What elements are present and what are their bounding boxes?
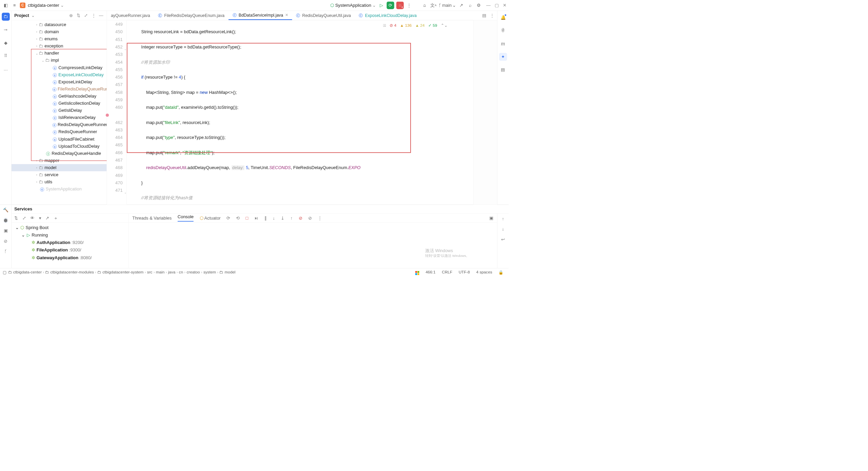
svc-bottom-icon[interactable]: ↓ bbox=[502, 227, 504, 232]
indent-setting[interactable]: 4 spaces bbox=[474, 270, 495, 274]
tree-class[interactable]: GetIsliDelay bbox=[58, 108, 82, 113]
project-tree[interactable]: ›🗀datasource ›🗀domain ›🗀enums ›🗀exceptio… bbox=[12, 20, 107, 205]
tree-folder[interactable]: exception bbox=[44, 43, 63, 48]
maven-icon[interactable]: m bbox=[499, 40, 507, 47]
inspection-stats[interactable]: 👁̸ ⊘ 4 ▲ 136 ▲ 24 ✓ 59 ⌃⌄ bbox=[383, 21, 448, 29]
vcs-branch[interactable]: ᚶ main ⌄ bbox=[439, 3, 456, 8]
close-icon[interactable]: ✕ bbox=[285, 13, 288, 17]
locate-icon[interactable]: ⊕ bbox=[68, 13, 74, 18]
tab-bddata[interactable]: ⓒBdDataServiceImpl.java✕ bbox=[229, 11, 292, 20]
translate-icon[interactable]: 文A bbox=[430, 2, 437, 9]
window-close[interactable]: ✕ bbox=[503, 3, 507, 8]
bookmarks-icon[interactable]: ▤ bbox=[499, 66, 507, 74]
breakpoint-icon[interactable] bbox=[106, 114, 109, 117]
tree-class[interactable]: CompressedLinkDelay bbox=[58, 65, 102, 70]
code-editor[interactable]: String resourceLink = bdData.getResource… bbox=[127, 20, 473, 205]
problems-icon[interactable]: ⊘ bbox=[4, 239, 7, 244]
rerun-button[interactable]: ⟳ bbox=[387, 1, 394, 9]
run-config-selector[interactable]: ⬡ SystemApplication ⌄ bbox=[330, 3, 376, 8]
services-tool-icon[interactable]: ⬢ bbox=[4, 218, 7, 223]
svc-expand-icon[interactable]: ⤢ bbox=[22, 216, 26, 221]
tree-folder[interactable]: impl bbox=[51, 58, 59, 63]
svc-eye-icon[interactable]: 👁 bbox=[30, 216, 35, 221]
project-name[interactable]: ctbigdata-center ⌄ bbox=[28, 3, 64, 8]
tab-threads[interactable]: Threads & Variables bbox=[132, 216, 172, 221]
tree-class[interactable]: UploadFileCabinet bbox=[58, 137, 94, 142]
svc-reload-icon[interactable]: ⟲ bbox=[236, 216, 240, 221]
svc-export-icon[interactable]: ↗ bbox=[45, 216, 49, 221]
tab-ayqueue[interactable]: ayQueueRunner.java bbox=[107, 11, 154, 20]
line-separator[interactable]: CRLF bbox=[439, 270, 455, 274]
tree-folder[interactable]: enums bbox=[44, 36, 58, 41]
svc-stepover-icon[interactable]: ⏯ bbox=[254, 216, 259, 221]
services-tree[interactable]: ⌄⬡Spring Boot ⌄▷Running ✲AuthApplication… bbox=[12, 223, 129, 268]
tab-console[interactable]: Console bbox=[178, 214, 194, 222]
svc-wrap-icon[interactable]: ↩ bbox=[501, 237, 505, 242]
code-with-me-icon[interactable]: ⩍ bbox=[421, 2, 428, 9]
breadcrumb[interactable]: 🗀 ctbigdata-center › 🗀 ctbigdatacenter-m… bbox=[8, 270, 235, 274]
notifications-icon[interactable]: 🔔 bbox=[499, 14, 507, 21]
sb-project-icon[interactable]: ▢ bbox=[3, 270, 6, 274]
window-minimize[interactable]: ― bbox=[486, 3, 491, 8]
svc-collapse-icon[interactable]: ⇅ bbox=[14, 216, 18, 221]
project-tool-icon[interactable]: 🗀 bbox=[2, 13, 9, 21]
svc-up-icon[interactable]: ↑ bbox=[290, 216, 292, 221]
svc-add-icon[interactable]: ＋ bbox=[54, 215, 58, 221]
tree-class[interactable]: GetHashcodeDelay bbox=[58, 94, 96, 99]
tree-folder[interactable]: domain bbox=[44, 29, 59, 34]
more-run-icon[interactable]: ⋮ bbox=[406, 2, 413, 9]
tab-more-icon[interactable]: ⋮ bbox=[490, 13, 494, 18]
main-menu-icon[interactable]: ≡ bbox=[11, 2, 18, 9]
svc-nosym2-icon[interactable]: ⊘ bbox=[308, 216, 312, 221]
tree-class[interactable]: IsliRelevanceDelay bbox=[58, 115, 96, 120]
expand-icon[interactable]: ⇅ bbox=[76, 13, 81, 18]
svc-dl-icon[interactable]: ⤓ bbox=[281, 216, 284, 221]
tree-folder-selected[interactable]: ›🗀model bbox=[12, 164, 107, 171]
tree-class[interactable]: GetIslicollectionDelay bbox=[58, 101, 100, 106]
tree-class[interactable]: UploadToCloudDelay bbox=[58, 144, 99, 149]
tab-exposelink[interactable]: ⓒExposeLinkCloudDelay.java bbox=[355, 11, 421, 20]
tree-class[interactable]: RedisQueueRunner bbox=[58, 129, 97, 134]
tab-actuator[interactable]: ⬡ Actuator bbox=[200, 216, 221, 221]
svc-app[interactable]: GatewayApplication :8080/ bbox=[37, 255, 92, 260]
tree-folder[interactable]: service bbox=[44, 172, 58, 177]
svc-app[interactable]: FileApplication :9300/ bbox=[37, 248, 81, 253]
database-icon[interactable]: 🛢 bbox=[499, 27, 507, 35]
vcs-push-icon[interactable]: ↗ bbox=[458, 2, 465, 9]
ai-assistant-icon[interactable]: ✦ bbox=[499, 53, 507, 61]
project-badge[interactable]: C bbox=[20, 2, 25, 8]
tree-class[interactable]: ExposeLinkCloudDelay bbox=[58, 72, 103, 77]
vcs-tool-icon[interactable]: ᚶ bbox=[4, 249, 7, 254]
more-tools-icon[interactable]: … bbox=[2, 65, 9, 73]
tree-folder[interactable]: utils bbox=[44, 179, 52, 184]
svc-more-icon[interactable]: ⋮ bbox=[318, 216, 322, 221]
svc-down-icon[interactable]: ↓ bbox=[273, 216, 275, 221]
panel-more-icon[interactable]: ⋮ bbox=[91, 13, 96, 18]
structure-icon[interactable]: ⠿ bbox=[2, 52, 9, 60]
svc-layout-icon[interactable]: ▣ bbox=[489, 216, 493, 221]
search-icon[interactable]: ⌕ bbox=[467, 2, 474, 9]
run-button[interactable]: ▷ bbox=[378, 2, 385, 9]
gutter[interactable]: 449450451 452⌄453454 455456457458 459460… bbox=[107, 20, 127, 205]
tree-class[interactable]: ExposeLinkDelay bbox=[58, 79, 92, 84]
svc-app[interactable]: AuthApplication :9200/ bbox=[37, 240, 84, 245]
settings-icon[interactable]: ⚙ bbox=[475, 2, 482, 9]
tree-class[interactable]: RedisDelayQueueRunner bbox=[58, 122, 107, 127]
nav-dash-icon[interactable]: ⊸ bbox=[2, 26, 9, 34]
tree-folder[interactable]: handler bbox=[44, 50, 59, 56]
terminal-icon[interactable]: ▣ bbox=[4, 228, 8, 233]
stop-button[interactable]: □6 bbox=[396, 1, 404, 9]
tree-class[interactable]: FileRedisDelayQueueRunne bbox=[58, 86, 107, 91]
minimap[interactable] bbox=[473, 20, 497, 205]
gitlab-icon[interactable]: ◆ bbox=[2, 39, 9, 47]
file-encoding[interactable]: UTF-8 bbox=[456, 270, 472, 274]
tree-folder[interactable]: mapper bbox=[44, 158, 59, 163]
readonly-icon[interactable]: 🔒 bbox=[496, 270, 506, 274]
svc-pause-icon[interactable]: ‖ bbox=[264, 216, 267, 221]
tree-class[interactable]: SystemApplication bbox=[46, 186, 82, 191]
tab-fileredis[interactable]: ⒺFileRedisDelayQueueEnum.java bbox=[154, 11, 228, 20]
svc-rerun-icon[interactable]: ⟳ bbox=[226, 216, 230, 221]
svc-top-icon[interactable]: ↑ bbox=[502, 216, 504, 221]
tab-list-icon[interactable]: ▤ bbox=[482, 13, 486, 18]
collapse-icon[interactable]: ⤢ bbox=[83, 13, 89, 18]
